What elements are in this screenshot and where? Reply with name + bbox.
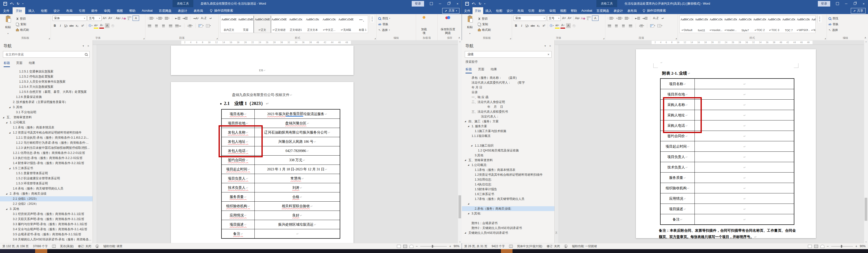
replace-button[interactable]: ab替换 bbox=[378, 22, 388, 27]
table-row[interactable]: 技术负责人 bbox=[660, 162, 794, 172]
subscript-button[interactable]: x₂ bbox=[536, 23, 540, 28]
table-row[interactable]: 项目起止时间 2023 年 1 月 18 日-2023 年 12 月 31 日 bbox=[222, 165, 340, 174]
nav-item[interactable]: 3.其他: bbox=[462, 211, 554, 216]
nav-item[interactable]: 3.6 关键岗位人员HSE培训承诺书-承包（服务）商资格条... bbox=[0, 237, 93, 242]
ribbon-tab[interactable]: 文件 bbox=[462, 7, 472, 14]
track-changes-indicator[interactable]: 修订: 关闭 bbox=[78, 244, 91, 248]
find-button[interactable]: 查找 bbox=[829, 16, 838, 21]
align-left-button[interactable] bbox=[607, 23, 612, 28]
style-item[interactable]: 一、 标题 1 bbox=[354, 16, 368, 33]
numbering-button[interactable]: ⅓▾ bbox=[616, 16, 622, 21]
undo-button[interactable]: ↶▾ bbox=[10, 2, 14, 5]
save-to-baidu-pan-button[interactable]: 保存到百度网盘 bbox=[439, 15, 456, 35]
table-tools-tab[interactable]: 表格工具 bbox=[173, 0, 193, 8]
web-layout-button[interactable] bbox=[409, 245, 413, 248]
table-row[interactable]: 服务质量 合格 bbox=[222, 192, 340, 201]
dialog-launcher-icon[interactable]: ◢ bbox=[374, 37, 376, 39]
shading-button[interactable]: ▾ bbox=[198, 23, 204, 28]
read-mode-button[interactable] bbox=[397, 245, 401, 248]
clear-search-icon[interactable]: × bbox=[548, 53, 549, 56]
print-layout-button[interactable] bbox=[403, 245, 407, 248]
nav-item[interactable]: 2.2 业绩2（2024） bbox=[0, 201, 93, 207]
format-painter-button[interactable]: 格式刷 bbox=[478, 27, 491, 32]
taskbar-active-app[interactable] bbox=[501, 249, 513, 253]
vertical-scrollbar[interactable]: ▲ ▼ bbox=[864, 40, 868, 243]
style-item[interactable]: AaBbCcDc 正文缩进1 bbox=[287, 16, 304, 33]
zoom-level[interactable]: 90% bbox=[860, 245, 866, 248]
web-layout-button[interactable] bbox=[820, 245, 825, 248]
tell-me-box[interactable]: 操作说明搜索 bbox=[639, 7, 669, 14]
ribbon-tab[interactable]: 表设计 bbox=[175, 7, 190, 14]
bullets-button[interactable]: ⋮▾ bbox=[147, 16, 154, 21]
cut-button[interactable]: 剪切 bbox=[16, 16, 29, 21]
nav-tab-pages[interactable]: 页面 bbox=[478, 67, 485, 73]
ribbon-tab[interactable]: 百度网盘 bbox=[156, 7, 175, 14]
horizontal-ruler[interactable]: 2468101214161820222426283032343638404244… bbox=[555, 40, 864, 45]
decrease-indent-button[interactable]: ⇤ bbox=[635, 16, 640, 21]
style-item[interactable]: AaBbCcDc ↵reader... bbox=[723, 16, 738, 33]
nav-item[interactable]: 1.2.5.2 停电应急处置预案 bbox=[0, 74, 93, 79]
nav-item[interactable]: 附件2：关键岗位人员HSE培训承诺书 bbox=[462, 226, 554, 230]
zoom-out-button[interactable]: − bbox=[416, 245, 418, 248]
nav-item[interactable]: 1.3 执行信息-承包（服务）商资格条件-3.2.2-02应答 bbox=[0, 156, 93, 161]
nav-item[interactable]: 1.2.5.1 交通事故应急预案 bbox=[0, 69, 93, 74]
vertical-scrollbar[interactable]: ▲ ▼ bbox=[458, 40, 462, 243]
nav-item[interactable]: 一、响 应 函 bbox=[462, 95, 554, 100]
strikethrough-button[interactable]: abc bbox=[530, 23, 535, 28]
paste-button[interactable]: 粘贴▾ bbox=[464, 15, 476, 35]
multilevel-list-button[interactable]: ▾ bbox=[625, 16, 629, 21]
sort-button[interactable]: A↓Z bbox=[653, 16, 658, 21]
increase-indent-button[interactable]: ⇥ bbox=[642, 16, 647, 21]
nav-item[interactable]: 1.1施工方案与技术措施 bbox=[462, 129, 554, 133]
print-layout-button[interactable] bbox=[814, 245, 818, 248]
document-page[interactable]: 附表 2-1. 业绩 项目名称 项目所在地 bbox=[636, 49, 816, 238]
copy-button[interactable]: 复制 bbox=[16, 22, 29, 27]
ribbon-tab[interactable]: 表布局 bbox=[190, 7, 206, 14]
dialog-launcher-icon[interactable]: ◢ bbox=[676, 37, 677, 39]
share-button[interactable]: ⇗共享 bbox=[851, 8, 866, 13]
nav-item[interactable]: 3.5 合规承诺书-承包（服务）商资格条件-3.1.5应答 bbox=[0, 232, 93, 237]
ribbon-tab[interactable]: 审阅 bbox=[101, 7, 114, 14]
tell-me-box[interactable]: 操作说明搜索 bbox=[206, 7, 237, 14]
style-item[interactable]: AaBbCcDdE ↵WPSOf... bbox=[811, 16, 816, 33]
style-item[interactable]: AaBbCcDc TOC 7 bbox=[781, 16, 796, 33]
ribbon-tab[interactable]: 插入 bbox=[483, 7, 494, 14]
taskbar-active-app[interactable] bbox=[35, 249, 47, 253]
nav-item[interactable]: 2.1 业绩1（2023） bbox=[0, 196, 93, 201]
nav-item[interactable]: 3.4 安全与合规声明-承包（服务）商资格条件-3.1.4应答 bbox=[0, 227, 93, 232]
table-row[interactable]: 应用情况 良好 bbox=[222, 211, 340, 220]
restore-button[interactable] bbox=[850, 0, 859, 7]
ribbon-tab[interactable]: 布局 bbox=[515, 7, 526, 14]
ribbon-display-options-button[interactable] bbox=[427, 0, 436, 7]
ribbon-tab[interactable]: 百度网盘 bbox=[594, 7, 611, 14]
redo-button[interactable]: ↻ bbox=[17, 2, 20, 5]
ribbon-tab[interactable]: 审阅 bbox=[547, 7, 558, 14]
ribbon-tab[interactable]: 绘图 bbox=[494, 7, 504, 14]
shading-button[interactable]: ▾ bbox=[650, 23, 655, 28]
nav-item[interactable]: 1.5.3 环境管理体系证明 bbox=[0, 181, 93, 186]
nav-item[interactable]: 1.6三体系证书 bbox=[462, 192, 554, 196]
sign-in-button[interactable]: 登录 bbox=[818, 1, 830, 6]
nav-item[interactable]: 年 月 日 bbox=[462, 104, 554, 109]
numbering-button[interactable]: ⅓▾ bbox=[156, 16, 163, 21]
nav-tab-headings[interactable]: 标题 bbox=[465, 67, 472, 73]
font-name-combo[interactable]: 宋体 bbox=[514, 15, 546, 21]
increase-indent-button[interactable]: ⇥ bbox=[183, 16, 188, 21]
nav-search-input[interactable] bbox=[5, 53, 83, 57]
ribbon-tab[interactable]: 引用 bbox=[75, 7, 88, 14]
character-shading-button[interactable]: A bbox=[105, 23, 110, 28]
bold-button[interactable]: B bbox=[53, 23, 57, 28]
nav-item[interactable] bbox=[462, 201, 554, 206]
underline-button[interactable]: U▾ bbox=[64, 23, 68, 28]
nav-item[interactable]: 1.2.5.5 自然灾害（暴雨、暴雪、大风等）处置预案 bbox=[0, 89, 93, 95]
search-icon[interactable] bbox=[85, 53, 88, 56]
nav-item[interactable]: 五、资格审查资料 bbox=[462, 158, 554, 163]
ribbon-tab[interactable]: 设计 bbox=[51, 7, 63, 14]
vertical-ruler[interactable]: 34 36 bbox=[555, 44, 559, 243]
strikethrough-button[interactable]: abc bbox=[69, 23, 74, 28]
table-row[interactable]: 项目负责人 bbox=[660, 152, 794, 162]
select-button[interactable]: ↖选择 bbox=[829, 28, 838, 32]
align-right-button[interactable] bbox=[161, 23, 166, 28]
enclose-characters-button[interactable]: ㊉ bbox=[571, 23, 576, 28]
ribbon-tab[interactable]: 布局 bbox=[63, 7, 75, 14]
